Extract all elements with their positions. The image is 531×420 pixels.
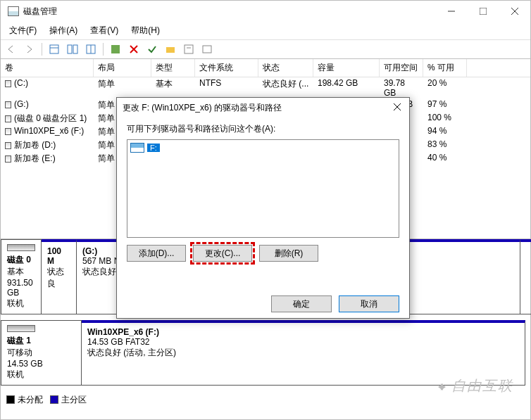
col-status[interactable]: 状态	[258, 59, 313, 77]
col-fs[interactable]: 文件系统	[195, 59, 258, 77]
tool-window-icon[interactable]	[199, 42, 215, 57]
svg-rect-16	[203, 46, 211, 53]
legend-primary: 主分区	[61, 395, 87, 405]
tool-detail-icon[interactable]	[65, 42, 80, 57]
legend-swatch-primary	[50, 395, 58, 404]
col-capacity[interactable]: 容量	[313, 59, 380, 77]
legend-unallocated: 未分配	[18, 395, 43, 405]
dialog-instruction: 可用下列驱动器号和路径访问这个卷(A):	[127, 123, 399, 135]
disk-info[interactable]: 磁盘 0基本931.50 GB联机	[1, 239, 42, 314]
menu-file[interactable]: 文件(F)	[8, 23, 38, 38]
disk-row: 磁盘 1可移动14.53 GB联机Win10XPE_x6 (F:)14.53 G…	[1, 320, 530, 386]
app-icon	[8, 6, 19, 16]
svg-rect-10	[111, 45, 120, 53]
menu-view[interactable]: 查看(V)	[89, 23, 120, 38]
svg-rect-4	[50, 45, 58, 53]
ok-button[interactable]: 确定	[271, 295, 332, 312]
disk-info[interactable]: 磁盘 1可移动14.53 GB联机	[1, 320, 82, 386]
table-row[interactable]: (C:)简单基本NTFS状态良好 (...198.42 GB39.78 GB20…	[1, 77, 530, 98]
close-button[interactable]	[499, 2, 530, 20]
svg-rect-13	[166, 47, 175, 53]
tool-list-icon[interactable]	[46, 42, 62, 57]
col-pct[interactable]: % 可用	[423, 59, 467, 77]
legend-swatch-unallocated	[6, 395, 15, 404]
minimize-button[interactable]	[435, 2, 467, 20]
cancel-button[interactable]: 取消	[339, 295, 399, 312]
back-button[interactable]	[4, 42, 19, 57]
titlebar: 磁盘管理	[1, 1, 530, 22]
partition[interactable]: Win10XPE_x6 (F:)14.53 GB FAT32状态良好 (活动, …	[82, 320, 525, 386]
dialog-titlebar: 更改 F: (Win10XPE_x6) 的驱动器号和路径	[117, 98, 409, 117]
svg-rect-14	[185, 45, 193, 53]
col-free[interactable]: 可用空间	[380, 59, 423, 77]
change-drive-letter-dialog: 更改 F: (Win10XPE_x6) 的驱动器号和路径 可用下列驱动器号和路径…	[116, 97, 410, 319]
drive-letter-label: F:	[147, 144, 160, 152]
legend: 未分配 主分区	[1, 391, 530, 409]
add-button[interactable]: 添加(D)...	[127, 245, 186, 262]
forward-button[interactable]	[22, 42, 37, 57]
list-item[interactable]: F:	[130, 143, 396, 153]
partition[interactable]: 100 M状态良	[42, 239, 77, 314]
col-volume[interactable]: 卷	[1, 59, 94, 77]
tool-detail2-icon[interactable]	[83, 42, 99, 57]
tool-refresh-icon[interactable]	[108, 42, 123, 57]
tool-props-icon[interactable]	[181, 42, 196, 57]
drive-paths-listbox[interactable]: F:	[127, 139, 399, 238]
change-button[interactable]: 更改(C)...	[193, 245, 252, 262]
remove-button[interactable]: 删除(R)	[259, 245, 318, 262]
col-layout[interactable]: 布局	[94, 59, 151, 77]
dialog-close-button[interactable]	[391, 103, 404, 113]
partition[interactable]: 分区	[520, 239, 531, 314]
dialog-title: 更改 F: (Win10XPE_x6) 的驱动器号和路径	[123, 102, 391, 114]
window-title: 磁盘管理	[23, 6, 435, 18]
tool-check-icon[interactable]	[144, 42, 160, 57]
tool-folder-icon[interactable]	[163, 42, 178, 57]
menu-action[interactable]: 操作(A)	[48, 23, 79, 38]
svg-rect-6	[68, 45, 72, 53]
tool-delete-icon[interactable]	[126, 42, 142, 57]
maximize-button[interactable]	[467, 2, 499, 20]
volume-column-headers: 卷 布局 类型 文件系统 状态 容量 可用空间 % 可用	[1, 59, 530, 77]
toolbar	[1, 39, 530, 59]
svg-rect-1	[480, 8, 487, 15]
drive-icon	[130, 143, 144, 153]
col-type[interactable]: 类型	[151, 59, 195, 77]
menubar: 文件(F) 操作(A) 查看(V) 帮助(H)	[1, 22, 530, 39]
menu-help[interactable]: 帮助(H)	[130, 23, 161, 38]
svg-rect-7	[73, 45, 77, 53]
